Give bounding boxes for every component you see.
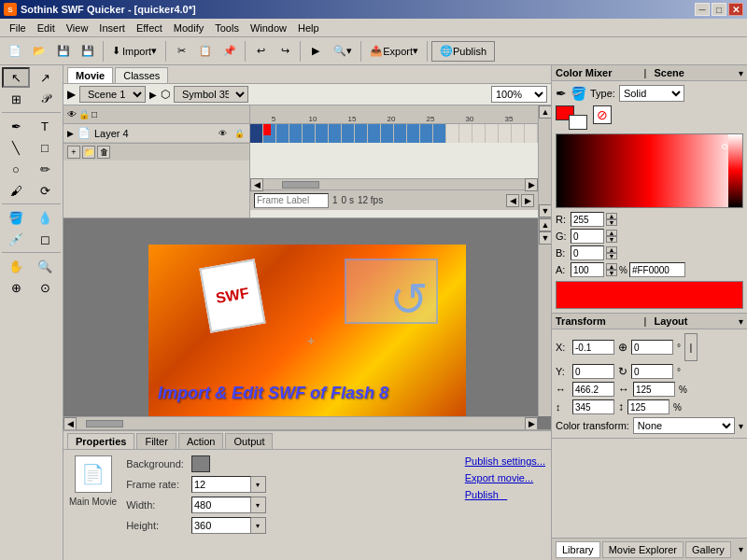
framerate-input[interactable]: [191, 476, 251, 493]
scene-dropdown[interactable]: Scene 1: [79, 86, 146, 103]
frame-cell[interactable]: [342, 124, 355, 143]
a-input[interactable]: [571, 262, 604, 277]
menu-help[interactable]: Help: [292, 21, 325, 35]
import-button[interactable]: ⬇ Import▾: [107, 40, 162, 63]
color-gradient-bar[interactable]: [556, 133, 743, 208]
test-button[interactable]: 🔍▾: [329, 40, 357, 63]
canvas-area[interactable]: SWF ↺ Import & Edit SWF of Flash 8 + ◀: [63, 218, 551, 429]
w-pct-input[interactable]: [633, 382, 675, 397]
tool-extra2[interactable]: ⊙: [31, 277, 59, 298]
layer-item[interactable]: ▶ 📄 Layer 4 👁 🔒: [63, 124, 249, 143]
frame-cell[interactable]: [355, 124, 368, 143]
b-up[interactable]: ▲: [606, 246, 617, 253]
line-tool[interactable]: ╲: [2, 137, 30, 158]
menu-effect[interactable]: Effect: [131, 21, 168, 35]
menu-modify[interactable]: Modify: [168, 21, 209, 35]
frame-cell[interactable]: [394, 124, 407, 143]
frame-cell[interactable]: [250, 124, 263, 143]
transform-arrow[interactable]: ▾: [739, 316, 743, 327]
export-movie-link[interactable]: Export movie...: [465, 472, 545, 483]
export-button[interactable]: 📤 Export▾: [365, 40, 423, 63]
add-layer-btn[interactable]: +: [67, 146, 80, 159]
color-mixer-arrow[interactable]: ▾: [739, 68, 743, 78]
frame-cell[interactable]: [316, 124, 329, 143]
canvas-scroll-down[interactable]: ▼: [539, 231, 551, 245]
g-down[interactable]: ▼: [606, 236, 617, 243]
select-tool[interactable]: ↖: [2, 67, 30, 88]
timeline-scrollbar-h[interactable]: ◀ ▶: [250, 178, 538, 189]
pen-icon[interactable]: ✒: [556, 86, 567, 101]
bg-swatch[interactable]: [569, 115, 587, 130]
frame-cell[interactable]: [289, 124, 303, 143]
frame-cell[interactable]: [446, 124, 459, 143]
tab-classes[interactable]: Classes: [115, 67, 168, 83]
transform-tool[interactable]: ⊞: [2, 89, 30, 109]
prop-tab-properties[interactable]: Properties: [67, 433, 134, 449]
frame-cell[interactable]: [420, 124, 433, 143]
lasso-tool[interactable]: 𝒫: [31, 89, 59, 109]
prop-tab-filter[interactable]: Filter: [136, 433, 176, 449]
layout-tab[interactable]: Layout: [654, 315, 735, 327]
pencil-tool[interactable]: ✏: [31, 159, 59, 179]
g-up[interactable]: ▲: [606, 230, 617, 236]
play-button[interactable]: ▶: [304, 40, 327, 63]
cut-button[interactable]: ✂: [170, 40, 192, 63]
eyedropper-tool[interactable]: 💉: [2, 229, 30, 249]
h-input[interactable]: [572, 399, 614, 414]
x-angle-input[interactable]: [631, 340, 673, 355]
b-input[interactable]: [571, 245, 604, 260]
tab-movie[interactable]: Movie: [67, 67, 113, 83]
frame-cell[interactable]: [459, 124, 472, 143]
height-input[interactable]: [191, 517, 251, 534]
height-dropdown-btn[interactable]: ▾: [251, 517, 266, 534]
pen-tool[interactable]: ✒: [2, 116, 30, 136]
symbol-dropdown[interactable]: Symbol 35: [174, 86, 248, 103]
delete-layer-btn[interactable]: 🗑: [97, 146, 110, 159]
save-button[interactable]: 💾: [52, 40, 75, 63]
brush-tool[interactable]: 🖌: [2, 180, 30, 201]
save-all-button[interactable]: 💾: [77, 40, 99, 63]
g-input[interactable]: [571, 229, 604, 244]
scroll-down-btn[interactable]: ▼: [539, 204, 551, 217]
canvas-scrollbar-h[interactable]: ◀ ▶: [63, 416, 538, 429]
tool-extra1[interactable]: ⊕: [2, 277, 30, 298]
publish-button[interactable]: 🌐 Publish: [431, 41, 495, 62]
layer-lock-btn[interactable]: 🔒: [233, 127, 246, 140]
menu-edit[interactable]: Edit: [32, 21, 61, 35]
hand-tool[interactable]: ✋: [2, 256, 30, 276]
frame-cell[interactable]: [407, 124, 420, 143]
menu-window[interactable]: Window: [245, 21, 292, 35]
scroll-right-btn[interactable]: ▶: [525, 178, 538, 191]
prop-tab-output[interactable]: Output: [225, 433, 273, 449]
a-down[interactable]: ▼: [606, 270, 617, 276]
undo-button[interactable]: ↩: [249, 40, 272, 63]
y-angle-input[interactable]: [631, 364, 673, 379]
color-transform-select[interactable]: None: [633, 417, 735, 434]
width-input[interactable]: [191, 497, 251, 513]
b-down[interactable]: ▼: [606, 253, 617, 259]
open-button[interactable]: 📂: [28, 40, 50, 63]
bg-color-picker[interactable]: [191, 455, 266, 472]
free-tool[interactable]: ⟳: [31, 180, 59, 201]
frame-cell[interactable]: [525, 124, 538, 143]
library-tab[interactable]: Library: [556, 541, 600, 558]
a-up[interactable]: ▲: [606, 263, 617, 270]
frame-cell[interactable]: [276, 124, 289, 143]
prop-tab-action[interactable]: Action: [178, 433, 224, 449]
maximize-button[interactable]: □: [712, 3, 726, 16]
y-input[interactable]: [572, 364, 614, 379]
color-transform-expand[interactable]: ▾: [739, 421, 743, 431]
minimize-button[interactable]: ─: [695, 3, 710, 16]
oval-tool[interactable]: ○: [2, 159, 30, 179]
text-tool[interactable]: T: [31, 116, 59, 136]
frame-cell[interactable]: [368, 124, 381, 143]
no-color-btn[interactable]: ⊘: [593, 105, 612, 124]
h-pct-input[interactable]: [627, 399, 669, 414]
color-type-select[interactable]: Solid: [619, 85, 684, 102]
menu-view[interactable]: View: [61, 21, 94, 35]
zoom-tool[interactable]: 🔍: [31, 256, 59, 276]
canvas-h-thumb[interactable]: [86, 420, 123, 427]
r-down[interactable]: ▼: [606, 219, 617, 226]
add-layer-btn2[interactable]: 📁: [82, 146, 95, 159]
hex-input[interactable]: [629, 262, 685, 277]
